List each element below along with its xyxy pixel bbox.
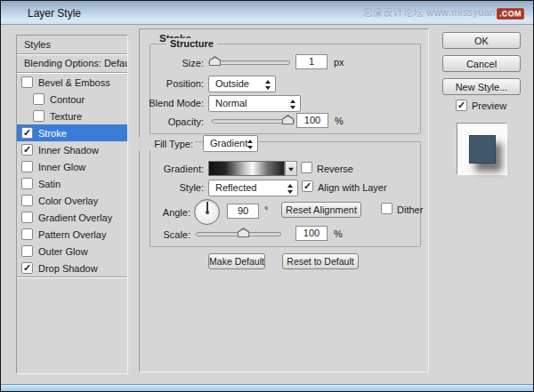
style-checkbox[interactable]: ✓ [21,144,33,156]
sidebar-item-blending-options[interactable]: Blending Options: Default [17,54,127,73]
dither-checkbox[interactable] [381,203,392,214]
angle-label: Angle: [128,207,190,218]
gradient-swatch[interactable] [208,161,285,176]
scale-label: Scale: [128,229,190,240]
ok-button[interactable]: OK [442,32,521,49]
sidebar-item-label: Inner Glow [38,162,85,172]
sidebar-item-inner-shadow[interactable]: ✓Inner Shadow [17,141,127,158]
align-with-layer-label: Align with Layer [318,182,387,193]
style-checkbox[interactable] [33,93,44,105]
reverse-checkbox[interactable] [301,162,312,173]
sidebar-item-gradient-overlay[interactable]: Gradient Overlay [17,209,127,226]
size-slider-thumb[interactable] [209,56,221,66]
style-checkbox[interactable] [33,110,44,122]
layer-style-dialog: Layer Style 思缘设计论坛 www.missyuan.COM Styl… [0,0,534,392]
sidebar-item-stroke[interactable]: ✓Stroke [17,124,127,141]
opacity-label: Opacity: [142,116,204,127]
opacity-slider-thumb[interactable] [282,115,294,124]
sidebar-item-label: Stroke [38,128,67,139]
scale-input[interactable]: 100 [295,226,328,241]
sidebar-item-label: Bevel & Emboss [38,77,110,88]
reverse-label: Reverse [317,164,353,174]
scale-slider-thumb[interactable] [238,228,249,237]
angle-dial[interactable] [194,199,220,225]
dither-label: Dither [397,204,423,215]
chevron-up-down-icon [288,99,296,110]
style-value: Reflected [215,182,256,193]
sidebar-item-label: Gradient Overlay [38,212,112,223]
sidebar-item-pattern-overlay[interactable]: Pattern Overlay [17,226,127,243]
reset-alignment-button[interactable]: Reset Alignment [281,202,361,218]
align-with-layer-checkbox[interactable]: ✓ [302,180,313,192]
sidebar-item-color-overlay[interactable]: Color Overlay [17,192,127,209]
make-default-button[interactable]: Make Default [208,253,265,269]
size-input[interactable]: 1 [295,54,328,69]
watermark-site: 思缘设计论坛 [362,7,423,18]
new-style-button[interactable]: New Style... [442,78,521,95]
fill-type-select[interactable]: Gradient [203,135,258,152]
sidebar-item-drop-shadow[interactable]: ✓Drop Shadow [17,260,127,276]
sidebar-item-satin[interactable]: Satin [17,175,127,192]
styles-sidebar: Styles Blending Options: Default Bevel &… [16,35,128,374]
style-checkbox[interactable] [21,245,33,257]
chevron-up-down-icon [246,139,254,150]
size-label: Size: [142,58,204,68]
position-select[interactable]: Outside [208,76,276,92]
dialog-title: Layer Style [28,7,81,20]
gradient-picker-arrow[interactable] [285,161,297,176]
sidebar-item-label: Pattern Overlay [38,229,106,240]
sidebar-item-label: Inner Shadow [38,145,99,156]
blend-mode-select[interactable]: Normal [208,95,301,112]
position-value: Outside [215,78,249,89]
blend-mode-label: Blend Mode: [133,98,204,108]
sidebar-item-label: Color Overlay [38,196,98,206]
preview-label: Preview [472,100,506,111]
sidebar-item-label: Drop Shadow [38,263,98,274]
reset-to-default-button[interactable]: Reset to Default [282,253,359,269]
preview-checkbox[interactable]: ✓ [456,100,467,111]
style-select[interactable]: Reflected [208,180,298,196]
style-checkbox[interactable] [21,195,33,206]
sidebar-item-label: Outer Glow [38,246,88,257]
watermark-badge: .COM [497,8,524,20]
sidebar-item-bevel-emboss[interactable]: Bevel & Emboss [17,74,127,91]
style-checkbox[interactable] [21,212,33,223]
sidebar-item-outer-glow[interactable]: Outer Glow [17,243,127,260]
angle-input[interactable]: 90 [227,204,259,219]
title-bar[interactable]: Layer Style 思缘设计论坛 www.missyuan.COM [1,1,533,25]
watermark-url: www.missyuan [426,7,496,18]
chevron-up-down-icon [263,79,271,91]
fill-type-value: Gradient [210,138,247,148]
opacity-input[interactable]: 100 [296,113,328,128]
style-checkbox[interactable] [21,228,33,240]
style-checkbox[interactable]: ✓ [21,127,33,139]
sidebar-item-label: Contour [50,94,85,105]
size-unit: px [334,57,344,68]
styles-header: Styles [17,36,127,54]
fill-type-label: Fill Type: [133,138,195,150]
opacity-unit: % [335,116,344,126]
structure-group-label: Structure [166,38,217,49]
sidebar-item-texture[interactable]: Texture [17,108,127,124]
style-checkbox[interactable]: ✓ [21,262,33,274]
position-label: Position: [142,78,204,89]
blend-mode-value: Normal [215,98,247,108]
watermark: 思缘设计论坛 www.missyuan.COM [362,6,524,20]
scale-unit: % [334,228,343,239]
style-checkbox[interactable] [21,76,33,88]
sidebar-item-label: Satin [38,179,61,189]
angle-unit: ° [264,204,268,215]
style-checkbox[interactable] [21,178,33,189]
sidebar-item-contour[interactable]: Contour [17,91,127,108]
preview-shape [469,135,496,164]
angle-center-dot [206,211,209,214]
cancel-button[interactable]: Cancel [442,55,521,72]
preview-thumbnail [457,123,507,175]
window-frame-bottom [1,384,533,391]
sidebar-item-label: Texture [50,111,82,122]
gradient-label: Gradient: [142,164,204,174]
styles-list: Bevel & EmbossContourTexture✓Stroke✓Inne… [17,73,127,277]
sidebar-item-inner-glow[interactable]: Inner Glow [17,158,127,175]
style-checkbox[interactable] [21,161,33,172]
chevron-up-down-icon [286,183,294,195]
